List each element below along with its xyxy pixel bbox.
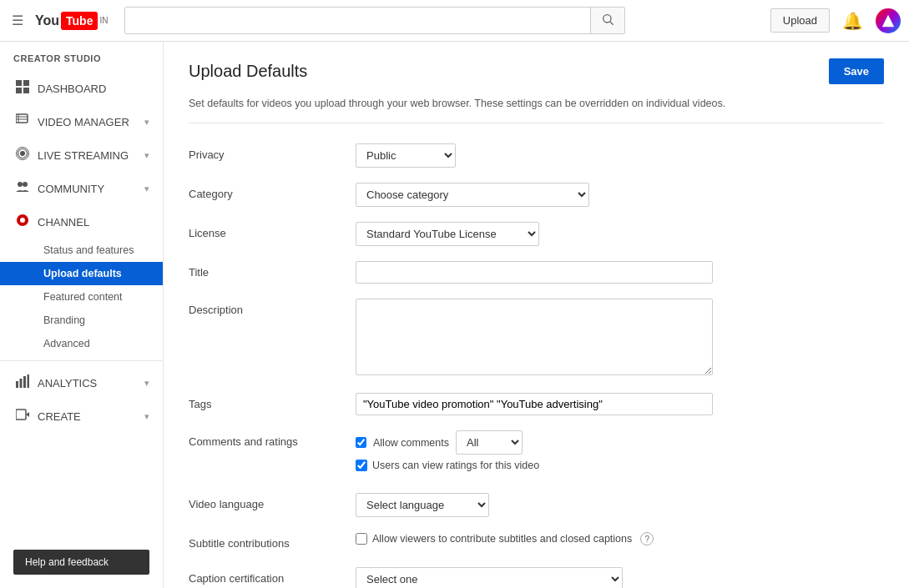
caption-row: Caption certification Select one: [189, 567, 884, 588]
svg-marker-2: [882, 14, 894, 26]
description-textarea[interactable]: [356, 299, 713, 375]
privacy-row: Privacy Public Unlisted Private: [189, 143, 884, 168]
live-streaming-arrow: ▾: [144, 150, 149, 161]
live-streaming-icon: [16, 147, 29, 163]
description-label: Description: [189, 299, 356, 316]
svg-rect-7: [16, 114, 28, 123]
page-header: Upload Defaults Save: [189, 58, 884, 84]
svg-rect-3: [16, 80, 22, 86]
avatar[interactable]: [876, 8, 901, 33]
video-language-row: Video language Select language English S…: [189, 493, 884, 517]
content-area: Upload Defaults Save Set defaults for vi…: [164, 42, 909, 588]
svg-rect-21: [28, 374, 30, 388]
privacy-control: Public Unlisted Private: [356, 143, 884, 168]
live-streaming-label: LIVE STREAMING: [38, 149, 136, 162]
dashboard-label: DASHBOARD: [38, 83, 149, 95]
yt-logo-country: IN: [99, 16, 108, 25]
save-button[interactable]: Save: [829, 58, 884, 84]
license-label: License: [189, 222, 356, 239]
ratings-row: Users can view ratings for this video: [356, 460, 884, 471]
top-nav: ☰ You Tube IN Upload 🔔: [0, 0, 909, 42]
sidebar-item-branding[interactable]: Branding: [0, 309, 163, 332]
sidebar-item-channel[interactable]: CHANNEL: [0, 205, 163, 239]
svg-point-0: [603, 15, 611, 23]
privacy-select[interactable]: Public Unlisted Private: [356, 143, 456, 168]
svg-point-11: [20, 151, 25, 156]
license-control: Standard YouTube License Creative Common…: [356, 222, 884, 246]
sidebar-item-live-streaming[interactable]: LIVE STREAMING ▾: [0, 138, 163, 172]
title-label: Title: [189, 261, 356, 279]
search-input[interactable]: [125, 8, 590, 33]
comments-label: Comments and ratings: [189, 430, 356, 448]
community-icon: [16, 180, 29, 197]
video-language-select[interactable]: Select language English Spanish French: [356, 493, 489, 517]
upload-button[interactable]: Upload: [770, 8, 830, 33]
hamburger-icon[interactable]: ☰: [8, 9, 27, 32]
subtitle-checkbox-row: Allow viewers to contribute subtitles an…: [356, 532, 884, 545]
sidebar-item-video-manager[interactable]: VIDEO MANAGER ▾: [0, 105, 163, 138]
license-row: License Standard YouTube License Creativ…: [189, 222, 884, 246]
title-input[interactable]: [356, 261, 713, 284]
svg-rect-22: [16, 410, 26, 420]
search-button[interactable]: [590, 8, 624, 33]
tags-label: Tags: [189, 393, 356, 410]
sidebar-item-featured-content[interactable]: Featured content: [0, 285, 163, 309]
svg-line-1: [610, 22, 614, 25]
subtitle-checkbox[interactable]: [356, 533, 367, 545]
sidebar-item-community[interactable]: COMMUNITY ▾: [0, 172, 163, 205]
creator-studio-label: CREATOR STUDIO: [0, 42, 163, 72]
community-label: COMMUNITY: [38, 183, 136, 195]
allow-comments-label: Allow comments: [373, 437, 449, 449]
caption-select[interactable]: Select one: [356, 567, 623, 588]
svg-rect-19: [20, 379, 23, 388]
privacy-label: Privacy: [189, 143, 356, 161]
video-language-control: Select language English Spanish French: [356, 493, 884, 517]
tags-row: Tags: [189, 393, 884, 415]
video-manager-label: VIDEO MANAGER: [38, 116, 136, 128]
sidebar-item-create[interactable]: CREATE ▾: [0, 400, 163, 433]
analytics-arrow: ▾: [144, 378, 149, 389]
create-label: CREATE: [38, 410, 136, 423]
category-label: Category: [189, 183, 356, 200]
tags-input[interactable]: [356, 393, 713, 415]
svg-rect-4: [23, 80, 29, 86]
svg-rect-6: [23, 88, 29, 93]
ratings-checkbox[interactable]: [356, 460, 367, 471]
community-arrow: ▾: [144, 183, 149, 194]
sidebar-item-status-features[interactable]: Status and features: [0, 239, 163, 262]
yt-logo-you: You: [35, 13, 59, 28]
svg-point-17: [20, 218, 25, 223]
bell-icon[interactable]: 🔔: [842, 11, 863, 31]
description-control: [356, 299, 884, 378]
comments-row: Comments and ratings Allow comments All …: [189, 430, 884, 478]
category-select[interactable]: Choose category Film & Animation Music S…: [356, 183, 589, 207]
license-select[interactable]: Standard YouTube License Creative Common…: [356, 222, 539, 246]
category-control: Choose category Film & Animation Music S…: [356, 183, 884, 207]
youtube-logo: You Tube IN: [35, 12, 108, 30]
channel-sub-menu: Status and features Upload defaults Feat…: [0, 239, 163, 355]
svg-point-14: [18, 182, 23, 187]
analytics-label: ANALYTICS: [38, 377, 136, 389]
subtitle-row: Subtitle contributions Allow viewers to …: [189, 532, 884, 552]
sidebar-item-analytics[interactable]: ANALYTICS ▾: [0, 366, 163, 400]
subtitle-help-icon[interactable]: ?: [640, 532, 654, 545]
nav-left: ☰ You Tube IN: [8, 9, 108, 32]
sidebar-item-advanced[interactable]: Advanced: [0, 332, 163, 355]
allow-comments-row: Allow comments All Approved None: [356, 430, 884, 455]
comments-control: Allow comments All Approved None Users c…: [356, 430, 884, 478]
category-row: Category Choose category Film & Animatio…: [189, 183, 884, 207]
sidebar-item-upload-defaults[interactable]: Upload defaults: [0, 262, 163, 285]
allow-comments-checkbox[interactable]: [356, 437, 366, 448]
title-control: [356, 261, 884, 284]
caption-label: Caption certification: [189, 567, 356, 585]
svg-rect-20: [23, 376, 26, 388]
allow-comments-select[interactable]: All Approved None: [456, 430, 523, 455]
help-feedback-button[interactable]: Help and feedback: [13, 550, 149, 575]
nav-right: Upload 🔔: [770, 8, 901, 33]
sidebar-item-dashboard[interactable]: DASHBOARD: [0, 72, 163, 105]
yt-logo-tube: Tube: [61, 12, 98, 30]
svg-rect-5: [16, 88, 22, 93]
svg-rect-18: [16, 381, 18, 388]
channel-label: CHANNEL: [38, 216, 149, 229]
page-description: Set defaults for videos you upload throu…: [189, 98, 884, 123]
